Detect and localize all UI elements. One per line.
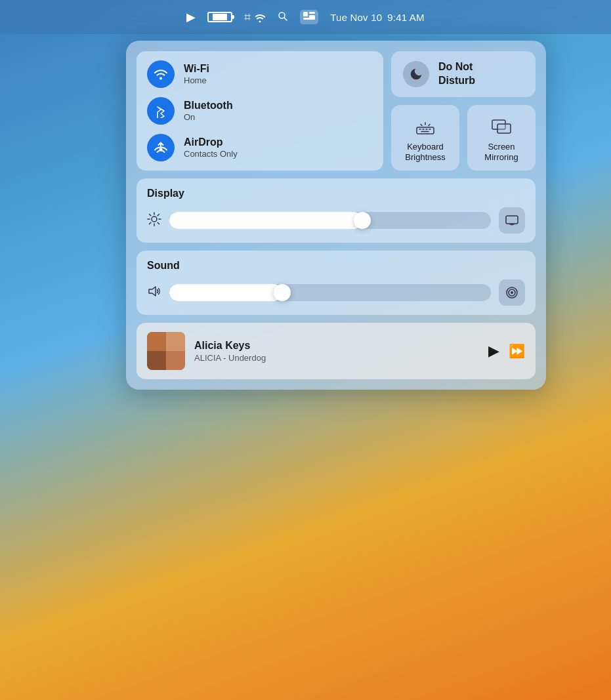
dnd-icon: [403, 61, 429, 87]
brightness-slider[interactable]: [169, 212, 491, 229]
battery-icon[interactable]: [207, 12, 232, 22]
cc-top-row: Wi-Fi Home Bluetooth On: [137, 51, 536, 171]
svg-point-35: [511, 291, 513, 294]
airdrop-text: AirDrop Contacts Only: [184, 136, 238, 159]
play-button[interactable]: ▶: [488, 342, 499, 360]
svg-rect-29: [506, 216, 518, 224]
svg-line-17: [429, 124, 430, 125]
sound-section: Sound: [137, 251, 536, 315]
screen-mirroring-card[interactable]: ScreenMirroring: [467, 105, 536, 171]
menu-bar-time: 9:41 AM: [387, 12, 424, 23]
svg-line-1: [284, 18, 287, 20]
album-q2: [166, 332, 185, 351]
album-art: [147, 332, 185, 370]
display-title: Display: [147, 188, 525, 199]
album-mosaic: [147, 332, 185, 370]
search-icon[interactable]: [278, 11, 288, 24]
volume-slider[interactable]: [169, 284, 491, 301]
keyboard-brightness-label: KeyboardBrightness: [405, 142, 445, 163]
album-q3: [147, 351, 166, 370]
skip-forward-button[interactable]: ⏩: [509, 343, 525, 359]
wifi-menu-icon[interactable]: ⌗: [244, 11, 266, 23]
airdrop-status: Contacts Only: [184, 149, 238, 159]
bluetooth-item[interactable]: Bluetooth On: [147, 97, 373, 125]
svg-line-27: [158, 214, 159, 215]
airdrop-name: AirDrop: [184, 136, 238, 148]
menu-bar-icons: ▶ ⌗: [186, 10, 318, 24]
svg-rect-9: [417, 127, 434, 134]
small-toggle-row: KeyboardBrightness ScreenMirroring: [391, 105, 536, 171]
svg-line-28: [150, 222, 151, 224]
do-not-disturb-card[interactable]: Do NotDisturb: [391, 51, 536, 97]
network-card: Wi-Fi Home Bluetooth On: [137, 51, 383, 171]
screen-mirroring-icon: [492, 119, 511, 138]
track-artist: Alicia Keys: [194, 340, 479, 352]
control-center-icon[interactable]: [300, 10, 318, 24]
display-section: Display: [137, 178, 536, 243]
wifi-status: Home: [184, 75, 209, 85]
album-q1: [147, 332, 166, 351]
brightness-icon: [147, 212, 161, 230]
playback-controls: ▶ ⏩: [488, 342, 525, 360]
volume-slider-row: [147, 279, 525, 306]
volume-icon: [147, 284, 161, 302]
svg-point-6: [159, 77, 162, 80]
keyboard-brightness-icon: [415, 121, 435, 138]
airplay-audio-button[interactable]: [499, 279, 525, 306]
airdrop-circle-icon: [147, 134, 175, 161]
control-center-panel: Wi-Fi Home Bluetooth On: [126, 41, 546, 390]
wifi-circle-icon: [147, 60, 175, 88]
wifi-item[interactable]: Wi-Fi Home: [147, 60, 373, 88]
brightness-slider-row: [147, 207, 525, 234]
now-playing-section: Alicia Keys ALICIA - Underdog ▶ ⏩: [137, 323, 536, 379]
bluetooth-status: On: [184, 112, 233, 122]
svg-marker-32: [149, 287, 156, 296]
bluetooth-circle-icon: [147, 97, 175, 125]
wifi-name: Wi-Fi: [184, 63, 209, 75]
menu-bar: ▶ ⌗ Tue Nov: [0, 0, 611, 34]
svg-line-16: [421, 124, 422, 125]
album-q4: [166, 351, 185, 370]
track-title: ALICIA - Underdog: [194, 353, 479, 363]
menu-bar-datetime: Tue Nov 10 9:41 AM: [330, 12, 424, 23]
bluetooth-text: Bluetooth On: [184, 100, 233, 122]
svg-rect-3: [309, 12, 315, 14]
svg-point-20: [152, 216, 157, 222]
wifi-text: Wi-Fi Home: [184, 63, 209, 85]
svg-rect-19: [497, 124, 511, 133]
right-toggle-col: Do NotDisturb: [391, 51, 536, 171]
screen-mirroring-label: ScreenMirroring: [484, 142, 518, 163]
display-settings-button[interactable]: [499, 207, 525, 234]
bluetooth-name: Bluetooth: [184, 100, 233, 112]
sound-title: Sound: [147, 260, 525, 272]
svg-line-26: [158, 222, 159, 224]
svg-line-25: [150, 214, 151, 215]
dnd-label: Do NotDisturb: [438, 60, 475, 88]
track-info: Alicia Keys ALICIA - Underdog: [194, 340, 479, 363]
menu-bar-date: Tue Nov 10: [330, 12, 382, 23]
svg-rect-5: [309, 15, 315, 20]
play-icon[interactable]: ▶: [186, 11, 196, 23]
keyboard-brightness-card[interactable]: KeyboardBrightness: [391, 105, 459, 171]
svg-rect-2: [303, 12, 308, 16]
airdrop-item[interactable]: AirDrop Contacts Only: [147, 134, 373, 161]
